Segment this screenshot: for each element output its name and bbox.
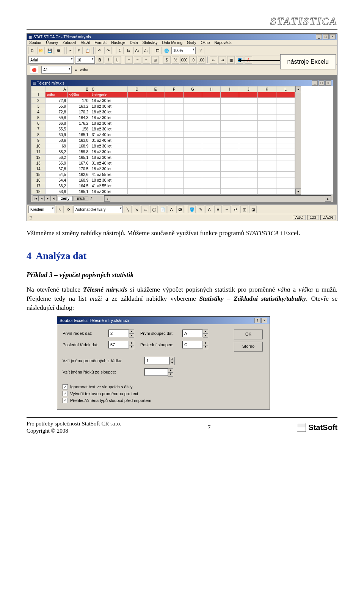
- cell[interactable]: [258, 149, 276, 155]
- col-header[interactable]: K: [258, 86, 276, 92]
- cell[interactable]: [128, 121, 146, 126]
- col-header[interactable]: L: [276, 86, 295, 92]
- align-center-icon[interactable]: ≡: [134, 56, 141, 64]
- spreadsheet[interactable]: A B C D E F G H I J K L: [31, 86, 295, 195]
- cell[interactable]: [128, 189, 146, 195]
- cell[interactable]: [276, 177, 295, 183]
- sheet-tab-zeny[interactable]: ženy: [58, 196, 73, 201]
- help-icon[interactable]: ?: [254, 318, 260, 323]
- menu-item[interactable]: Data: [130, 41, 138, 45]
- cell[interactable]: [258, 92, 276, 98]
- menu-item[interactable]: Nápověda: [214, 41, 232, 45]
- col-header[interactable]: A: [46, 86, 68, 92]
- sort-asc-icon[interactable]: A↓: [133, 47, 141, 54]
- cell[interactable]: [146, 172, 165, 177]
- cut-icon[interactable]: ✂: [66, 47, 74, 54]
- spin-up-icon[interactable]: ▲: [129, 341, 134, 345]
- cell[interactable]: [239, 126, 258, 132]
- cell[interactable]: [128, 132, 146, 138]
- scroll-right-icon[interactable]: ▸: [325, 196, 331, 202]
- indent-inc-icon[interactable]: ⇥: [218, 56, 226, 64]
- minimize-icon[interactable]: _: [316, 34, 322, 39]
- scroll-down-icon[interactable]: ▼: [295, 188, 301, 195]
- cell[interactable]: [128, 172, 146, 177]
- cell[interactable]: [165, 172, 184, 177]
- cell[interactable]: [276, 109, 295, 115]
- cell[interactable]: 67,8: [46, 166, 68, 172]
- cell[interactable]: [202, 115, 221, 121]
- cell[interactable]: [239, 183, 258, 189]
- cell[interactable]: [128, 155, 146, 160]
- cell[interactable]: [165, 189, 184, 195]
- cell[interactable]: [128, 160, 146, 166]
- cell[interactable]: 41 až 55 let: [90, 172, 128, 177]
- menu-item[interactable]: Soubor: [29, 41, 41, 45]
- varnames-spinner[interactable]: 1▲▼: [144, 357, 169, 364]
- col-header[interactable]: J: [239, 86, 258, 92]
- cell[interactable]: [128, 98, 146, 104]
- cell[interactable]: [276, 121, 295, 126]
- row-header[interactable]: 16: [31, 177, 46, 183]
- menu-item[interactable]: Formát: [95, 41, 107, 45]
- row-header[interactable]: 13: [31, 160, 46, 166]
- cell[interactable]: [146, 121, 165, 126]
- cell[interactable]: 31 až 40 let: [90, 160, 128, 166]
- cell[interactable]: [258, 143, 276, 149]
- cell[interactable]: [221, 126, 239, 132]
- new-icon[interactable]: 🗋: [28, 47, 36, 54]
- rownames-input[interactable]: ▲▼: [144, 368, 168, 376]
- cell[interactable]: [165, 143, 184, 149]
- spin-down-icon[interactable]: ▼: [129, 345, 134, 349]
- cell[interactable]: [221, 160, 239, 166]
- vertical-scrollbar[interactable]: ▲ ▼: [295, 86, 301, 195]
- cell[interactable]: [221, 177, 239, 183]
- cell[interactable]: 54,4: [46, 177, 68, 183]
- cell[interactable]: [221, 166, 239, 172]
- bold-icon[interactable]: B: [96, 56, 104, 64]
- row-header[interactable]: 18: [31, 189, 46, 195]
- cell[interactable]: [184, 143, 202, 149]
- cell[interactable]: [146, 149, 165, 155]
- shadow-icon[interactable]: ◫: [240, 206, 248, 213]
- cell[interactable]: [221, 172, 239, 177]
- cell[interactable]: [202, 104, 221, 109]
- cell[interactable]: [221, 183, 239, 189]
- cell[interactable]: [221, 92, 239, 98]
- cell[interactable]: 18 až 30 let: [90, 126, 128, 132]
- cell[interactable]: [146, 92, 165, 98]
- cell[interactable]: 55,5: [46, 126, 68, 132]
- cell[interactable]: [239, 138, 258, 143]
- ok-button[interactable]: OK: [234, 330, 263, 339]
- cell[interactable]: [276, 132, 295, 138]
- menu-item[interactable]: Úpravy: [46, 41, 58, 45]
- cell[interactable]: [202, 132, 221, 138]
- cell[interactable]: [276, 172, 295, 177]
- cell[interactable]: [202, 138, 221, 143]
- cell[interactable]: 158: [68, 126, 90, 132]
- cell[interactable]: 160,9: [68, 177, 90, 183]
- cell[interactable]: [239, 92, 258, 98]
- cell[interactable]: [258, 104, 276, 109]
- oval-icon[interactable]: ◯: [150, 206, 158, 213]
- spin-up-icon[interactable]: ▲: [169, 357, 175, 361]
- cell[interactable]: [239, 166, 258, 172]
- cell[interactable]: [276, 189, 295, 195]
- col-header[interactable]: D: [128, 86, 146, 92]
- lineweight-icon[interactable]: ≡: [214, 206, 222, 213]
- cell[interactable]: [146, 177, 165, 183]
- cell[interactable]: 31 až 40 let: [90, 132, 128, 138]
- cell[interactable]: [184, 166, 202, 172]
- col-header[interactable]: G: [184, 86, 202, 92]
- cell[interactable]: 165,1: [68, 155, 90, 160]
- cell[interactable]: [128, 115, 146, 121]
- cell[interactable]: [165, 155, 184, 160]
- cell[interactable]: [184, 189, 202, 195]
- cell[interactable]: [276, 149, 295, 155]
- dec-inc-icon[interactable]: .0: [189, 56, 197, 64]
- maximize-icon[interactable]: □: [318, 80, 325, 86]
- cell[interactable]: [128, 177, 146, 183]
- save-icon[interactable]: 💾: [46, 47, 53, 54]
- row-header[interactable]: 9: [31, 138, 46, 143]
- cell[interactable]: výška: [68, 92, 90, 98]
- row-header[interactable]: 5: [31, 115, 46, 121]
